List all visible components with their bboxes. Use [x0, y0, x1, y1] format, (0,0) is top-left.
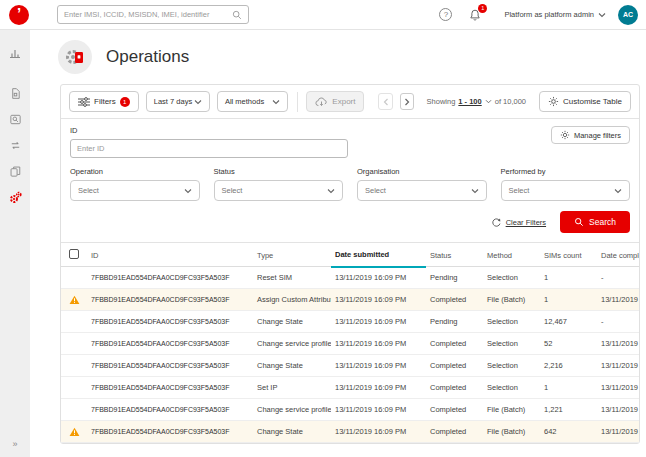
account-label: Platform as platform admin — [504, 10, 594, 19]
cell-date-completed: 13/11/2019 — [597, 333, 639, 355]
cell-type: Set IP — [253, 377, 331, 399]
prev-page-button[interactable] — [378, 93, 392, 110]
global-search-input[interactable] — [64, 10, 232, 19]
clear-filters-link[interactable]: Clear Filters — [491, 217, 546, 228]
cell-status: Pending — [426, 267, 483, 289]
id-input[interactable] — [70, 139, 348, 158]
reset-icon — [491, 217, 502, 228]
filter-field-organisation: Organisation Select — [357, 167, 487, 201]
cell-date-completed: 13/11/2019 — [597, 377, 639, 399]
filter-field-status: Status Select — [214, 167, 344, 201]
date-range-select[interactable]: Last 7 days — [146, 91, 210, 112]
table-row[interactable]: 7FBBD91EAD554DFAA0CD9FC93F5A503F Reset S… — [61, 267, 639, 289]
cell-type: Change State — [253, 311, 331, 333]
export-label: Export — [332, 97, 355, 106]
cell-id: 7FBBD91EAD554DFAA0CD9FC93F5A503F — [87, 377, 253, 399]
topbar: ’ ? 1 Platform as platform admin AC — [0, 0, 646, 30]
sidebar-item-sims[interactable] — [0, 80, 30, 106]
next-page-button[interactable] — [400, 93, 414, 110]
sidebar-item-dashboard[interactable] — [0, 40, 30, 66]
customise-table-button[interactable]: Customise Table — [539, 91, 631, 112]
column-header-date-submitted[interactable]: Date submitted — [331, 243, 426, 267]
table-row[interactable]: 7FBBD91EAD554DFAA0CD9FC93F5A503F Change … — [61, 399, 639, 421]
avatar[interactable]: AC — [618, 5, 638, 25]
column-header-type[interactable]: Type — [253, 243, 331, 267]
file-export-icon — [9, 165, 22, 178]
export-button[interactable]: Export — [306, 91, 364, 112]
showing-label: Showing — [427, 97, 456, 106]
vodafone-logo-icon[interactable]: ’ — [9, 5, 29, 25]
cell-status: Completed — [426, 289, 483, 311]
sim-card-icon — [9, 87, 22, 100]
cell-type: Change service profile — [253, 399, 331, 421]
main-content: Operations Filters 1 Last 7 days All met… — [30, 30, 646, 457]
showing-range-dropdown[interactable]: 1 - 100 — [458, 97, 481, 106]
status-label: Status — [214, 167, 344, 176]
chevron-down-icon — [485, 99, 492, 104]
table-row[interactable]: 7FBBD91EAD554DFAA0CD9FC93F5A503F Assign … — [61, 289, 639, 311]
cell-id: 7FBBD91EAD554DFAA0CD9FC93F5A503F — [87, 399, 253, 421]
cell-sims-count: 12,467 — [540, 311, 597, 333]
operation-select-value: Select — [78, 186, 99, 195]
warning-icon — [69, 295, 80, 305]
search-button[interactable]: Search — [560, 211, 630, 233]
method-value: All methods — [225, 97, 264, 106]
cell-date-submitted: 13/11/2019 16:09 PM — [331, 377, 426, 399]
cell-sims-count: 2,216 — [540, 355, 597, 377]
cell-status: Completed — [426, 399, 483, 421]
chevron-down-icon — [614, 188, 622, 194]
cell-method: Selection — [483, 377, 540, 399]
sidebar-item-transfer[interactable] — [0, 132, 30, 158]
status-select[interactable]: Select — [214, 180, 344, 201]
column-header-id[interactable]: ID — [87, 243, 253, 267]
cell-sims-count: 642 — [540, 421, 597, 443]
sidebar-item-operations[interactable] — [0, 184, 30, 210]
table-body: 7FBBD91EAD554DFAA0CD9FC93F5A503F Reset S… — [61, 267, 639, 443]
gear-icon — [548, 96, 559, 107]
sidebar-item-audit[interactable] — [0, 106, 30, 132]
table-row[interactable]: 7FBBD91EAD554DFAA0CD9FC93F5A503F Change … — [61, 421, 639, 443]
cell-sims-count: 1 — [540, 289, 597, 311]
method-select[interactable]: All methods — [217, 91, 288, 112]
operation-select[interactable]: Select — [70, 180, 200, 201]
organisation-select[interactable]: Select — [357, 180, 487, 201]
column-header-status[interactable]: Status — [426, 243, 483, 267]
performed-by-select[interactable]: Select — [501, 180, 631, 201]
manage-filters-button[interactable]: Manage filters — [551, 126, 630, 144]
warning-icon — [69, 427, 80, 437]
search-box-icon — [9, 113, 22, 126]
cell-date-submitted: 13/11/2019 16:09 PM — [331, 333, 426, 355]
cell-date-completed: 13/11/2019 — [597, 355, 639, 377]
column-header-date-completed[interactable]: Date completed — [597, 243, 639, 267]
chevron-down-icon — [184, 188, 192, 194]
cell-date-submitted: 13/11/2019 16:09 PM — [331, 399, 426, 421]
account-menu[interactable]: Platform as platform admin — [504, 10, 606, 19]
cell-id: 7FBBD91EAD554DFAA0CD9FC93F5A503F — [87, 289, 253, 311]
gear-icon — [560, 130, 570, 140]
notifications-button[interactable]: 1 — [468, 8, 482, 22]
cell-sims-count: 1 — [540, 267, 597, 289]
filter-field-operation: Operation Select — [70, 167, 200, 201]
table-row[interactable]: 7FBBD91EAD554DFAA0CD9FC93F5A503F Change … — [61, 333, 639, 355]
cell-date-completed: 13/11/2019 — [597, 289, 639, 311]
help-icon[interactable]: ? — [439, 8, 452, 21]
chevron-down-icon — [598, 12, 606, 18]
column-header-method[interactable]: Method — [483, 243, 540, 267]
operation-label: Operation — [70, 167, 200, 176]
table-row[interactable]: 7FBBD91EAD554DFAA0CD9FC93F5A503F Set IP … — [61, 377, 639, 399]
cell-status: Pending — [426, 311, 483, 333]
cell-status: Completed — [426, 421, 483, 443]
table-row[interactable]: 7FBBD91EAD554DFAA0CD9FC93F5A503F Change … — [61, 355, 639, 377]
column-header-sims-count[interactable]: SIMs count — [540, 243, 597, 267]
sidebar-collapse-toggle[interactable]: » — [0, 439, 30, 449]
date-range-value: Last 7 days — [154, 97, 192, 106]
table-row[interactable]: 7FBBD91EAD554DFAA0CD9FC93F5A503F Change … — [61, 311, 639, 333]
global-search[interactable] — [57, 5, 249, 24]
search-icon — [232, 10, 242, 20]
select-all-checkbox[interactable] — [69, 249, 79, 259]
cell-date-completed: 13/11/2019 — [597, 421, 639, 443]
filters-button[interactable]: Filters 1 — [69, 91, 139, 112]
notification-badge: 1 — [478, 4, 487, 13]
chevron-left-icon — [383, 98, 389, 106]
sidebar-item-documents[interactable] — [0, 158, 30, 184]
